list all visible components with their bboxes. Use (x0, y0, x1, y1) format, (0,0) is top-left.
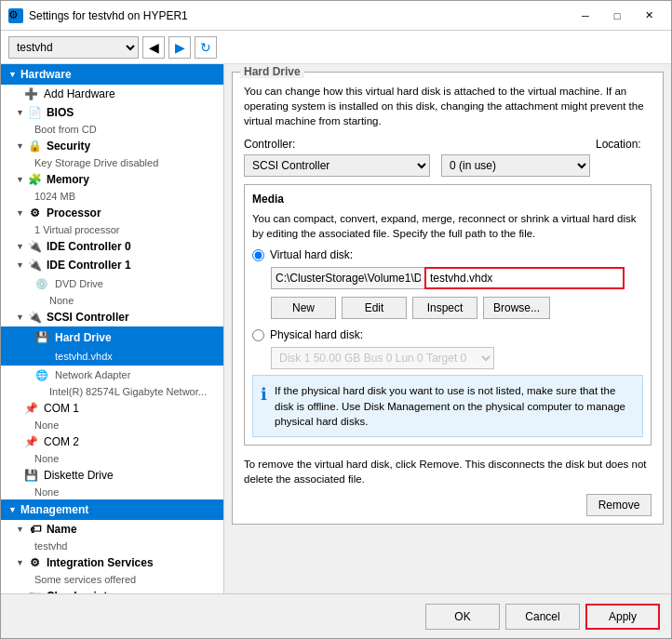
virtual-hd-radio[interactable] (252, 249, 264, 261)
close-button[interactable]: ✕ (634, 7, 664, 25)
title-bar: ⚙ Settings for testvhd on HYPER1 ─ □ ✕ (1, 1, 671, 31)
sidebar-item-name-sub[interactable]: testvhd (1, 539, 223, 553)
integration-icon: ⚙ (28, 555, 43, 570)
sidebar-label-diskette: Diskette Drive (44, 469, 114, 482)
physical-hd-selector[interactable]: Disk 1 50.00 GB Bus 0 Lun 0 Target 0 (271, 347, 494, 369)
sidebar-item-network-sub[interactable]: Intel(R) 82574L Gigabyte Networ... (1, 384, 223, 399)
edit-button[interactable]: Edit (342, 297, 407, 319)
memory-icon: 🧩 (28, 172, 43, 187)
hardware-expand-icon: ▼ (8, 70, 17, 79)
security-icon: 🔒 (28, 139, 43, 153)
sidebar-item-integration-sub[interactable]: Some services offered (1, 572, 223, 587)
sidebar-label-processor-sub: 1 Virtual processor (34, 224, 120, 235)
window-title: Settings for testvhd on HYPER1 (29, 9, 571, 22)
sidebar-item-diskette[interactable]: 💾 Diskette Drive (1, 466, 223, 485)
sidebar-item-ide0[interactable]: ▼ 🔌 IDE Controller 0 (1, 237, 223, 256)
minimize-button[interactable]: ─ (571, 7, 600, 25)
main-window: ⚙ Settings for testvhd on HYPER1 ─ □ ✕ t… (0, 0, 672, 639)
path-input-part2[interactable] (424, 267, 625, 289)
sidebar-label-processor: Processor (47, 206, 101, 220)
sidebar-label-name: Name (47, 523, 77, 536)
sidebar-item-security[interactable]: ▼ 🔒 Security (1, 137, 223, 155)
com1-icon: 📌 (23, 401, 38, 416)
sidebar-label-ide1: IDE Controller 1 (47, 259, 131, 272)
location-selector[interactable]: 0 (in use) (441, 154, 590, 177)
controller-selector[interactable]: SCSI Controller (244, 154, 430, 177)
sidebar-label-com2-sub: None (34, 453, 59, 464)
expand-processor-icon: ▼ (16, 208, 24, 218)
physical-hd-radio[interactable] (252, 329, 264, 341)
apply-button[interactable]: Apply (585, 604, 660, 630)
ide1-icon: 🔌 (28, 258, 43, 273)
management-section-header[interactable]: ▼ Management (1, 499, 223, 520)
sidebar-item-boot-cd[interactable]: Boot from CD (1, 122, 223, 137)
hard-drive-group: Hard Drive You can change how this virtu… (232, 72, 664, 525)
sidebar-item-security-sub[interactable]: Key Storage Drive disabled (1, 155, 223, 170)
dvd-icon: 💿 (34, 276, 49, 291)
sidebar-label-diskette-sub: None (34, 486, 59, 498)
sidebar-item-diskette-sub[interactable]: None (1, 485, 223, 499)
path-input-part1[interactable] (271, 267, 424, 289)
sidebar-item-bios[interactable]: ▼ 📄 BIOS (1, 103, 223, 122)
ok-button[interactable]: OK (425, 604, 500, 630)
sidebar-label-dvd: DVD Drive (55, 278, 103, 289)
hardware-section-label: Hardware (20, 68, 72, 81)
ide0-icon: 🔌 (28, 239, 43, 254)
management-expand-icon: ▼ (8, 505, 17, 514)
virtual-hd-label[interactable]: Virtual hard disk: (270, 248, 353, 261)
sidebar-item-name[interactable]: ▼ 🏷 Name (1, 520, 223, 539)
remove-section: To remove the virtual hard disk, click R… (244, 457, 652, 486)
sidebar-item-integration[interactable]: ▼ ⚙ Integration Services (1, 553, 223, 572)
sidebar-label-integration-sub: Some services offered (34, 574, 136, 585)
sidebar-item-memory-sub[interactable]: 1024 MB (1, 189, 223, 204)
new-button[interactable]: New (271, 297, 336, 319)
sidebar-item-com2-sub[interactable]: None (1, 451, 223, 466)
management-section-label: Management (20, 503, 88, 516)
forward-button[interactable]: ▶ (168, 36, 191, 59)
main-panel: Hard Drive You can change how this virtu… (224, 64, 671, 593)
sidebar-item-processor[interactable]: ▼ ⚙ Processor (1, 204, 223, 222)
inspect-button[interactable]: Inspect (412, 297, 477, 319)
physical-hd-label[interactable]: Physical hard disk: (270, 328, 363, 341)
sidebar-label-hard-drive: Hard Drive (55, 331, 112, 344)
sidebar-item-add-hardware[interactable]: ➕ Add Hardware (1, 85, 223, 103)
back-button[interactable]: ◀ (142, 36, 165, 59)
maximize-button[interactable]: □ (602, 7, 632, 25)
physical-hd-radio-row: Physical hard disk: (252, 328, 643, 341)
controller-select-row: SCSI Controller 0 (in use) (244, 154, 652, 177)
sidebar-label-scsi: SCSI Controller (47, 311, 129, 324)
expand-bios-icon: ▼ (16, 108, 24, 117)
name-icon: 🏷 (28, 522, 43, 537)
info-text: If the physical hard disk you want to us… (275, 383, 635, 428)
hardware-section-header[interactable]: ▼ Hardware (1, 64, 223, 85)
hard-drive-content: You can change how this virtual hard dis… (244, 80, 652, 516)
info-box: ℹ If the physical hard disk you want to … (252, 375, 643, 436)
sidebar-item-dvd[interactable]: 💿 DVD Drive (1, 274, 223, 293)
sidebar-label-boot-cd: Boot from CD (34, 124, 97, 135)
virtual-hd-radio-row: Virtual hard disk: (252, 248, 643, 261)
sidebar-label-ide0: IDE Controller 0 (47, 240, 131, 253)
expand-security-icon: ▼ (16, 141, 24, 151)
remove-button[interactable]: Remove (586, 494, 652, 516)
sidebar-item-memory[interactable]: ▼ 🧩 Memory (1, 170, 223, 189)
browse-button[interactable]: Browse... (483, 297, 550, 319)
sidebar-item-com2[interactable]: 📌 COM 2 (1, 433, 223, 451)
vm-selector[interactable]: testvhd (8, 36, 139, 59)
sidebar-item-scsi[interactable]: ▼ 🔌 SCSI Controller (1, 308, 223, 326)
sidebar-item-com1[interactable]: 📌 COM 1 (1, 399, 223, 418)
sidebar-item-hard-drive[interactable]: 💾 Hard Drive testvhd.vhdx (1, 326, 223, 366)
sidebar-label-com1-sub: None (34, 419, 59, 431)
sidebar-label-name-sub: testvhd (34, 540, 67, 552)
sidebar-label-memory: Memory (47, 173, 89, 186)
sidebar-item-processor-sub[interactable]: 1 Virtual processor (1, 222, 223, 237)
sidebar-item-network[interactable]: 🌐 Network Adapter (1, 366, 223, 384)
expand-scsi-icon: ▼ (16, 313, 24, 322)
media-description: You can compact, convert, expand, merge,… (252, 211, 643, 241)
sidebar-item-checkpoints[interactable]: ▼ 📷 Checkpoints (1, 587, 223, 593)
sidebar-item-dvd-sub[interactable]: None (1, 293, 223, 308)
refresh-button[interactable]: ↻ (195, 36, 217, 59)
sidebar-item-com1-sub[interactable]: None (1, 418, 223, 433)
vhd-btn-row: New Edit Inspect Browse... (271, 297, 643, 319)
cancel-button[interactable]: Cancel (505, 604, 580, 630)
sidebar-item-ide1[interactable]: ▼ 🔌 IDE Controller 1 (1, 256, 223, 274)
